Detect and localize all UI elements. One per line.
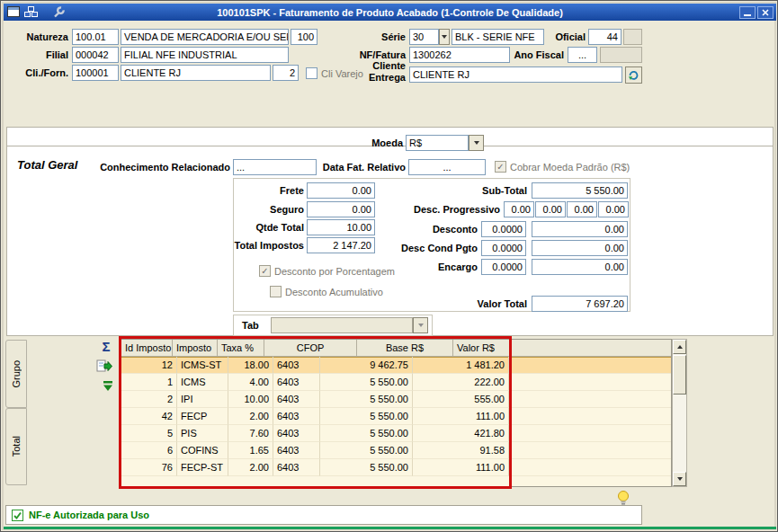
serie-dropdown-button[interactable] <box>439 29 450 45</box>
side-tab-grupo[interactable]: Grupo <box>5 340 27 408</box>
chevron-down-icon <box>474 141 479 145</box>
cell-cfop: 6403 <box>273 425 320 442</box>
chevron-down-icon <box>442 35 447 39</box>
desconto-value-field[interactable]: 0.00 <box>532 221 628 237</box>
tab-dropdown <box>271 317 413 333</box>
status-field: NF-e Autorizada para Uso <box>5 505 642 525</box>
form-icon <box>7 6 21 18</box>
close-icon <box>762 9 769 16</box>
down-arrow-icon[interactable] <box>99 377 117 395</box>
minimize-button[interactable] <box>739 6 756 19</box>
scroll-thumb[interactable] <box>673 355 686 395</box>
table-row[interactable]: 6 COFINS 1.65 6403 5 550.00 91.58 <box>121 442 671 459</box>
serie-label: Série <box>359 29 406 45</box>
main-tabstrip <box>6 106 774 128</box>
cli-forn-extra-field[interactable]: 2 <box>273 65 299 81</box>
natureza-extra-field[interactable]: 100 <box>291 29 317 45</box>
table-body: 12 ICMS-ST 18.00 6403 9 462.75 1 481.20 … <box>121 357 671 476</box>
moeda-field[interactable]: R$ <box>406 135 469 151</box>
cliente-entrega-field[interactable]: CLIENTE RJ <box>409 66 622 83</box>
cell-id-imposto: 76 <box>121 459 177 476</box>
cli-forn-desc-field[interactable]: CLIENTE RJ <box>121 65 271 81</box>
qtde-total-field[interactable]: 10.00 <box>307 219 375 235</box>
conhecimento-field[interactable]: ... <box>233 159 317 175</box>
export-icon[interactable] <box>95 358 113 375</box>
table-header-cell[interactable]: Valor R$ <box>453 340 671 357</box>
cli-forn-label: Cli./Forn. <box>8 65 68 81</box>
desc-cond-pgto-value-field[interactable]: 0.00 <box>532 240 628 256</box>
table-row[interactable]: 5 PIS 7.60 6403 5 550.00 421.80 <box>121 425 671 442</box>
cell-cfop: 6403 <box>273 459 320 476</box>
triangle-down-icon <box>677 477 683 481</box>
data-fat-field[interactable]: ... <box>408 159 486 175</box>
cell-valor: 1 481.20 <box>413 357 509 374</box>
total-impostos-label: Total Impostos <box>221 237 304 253</box>
close-button[interactable] <box>757 6 774 19</box>
refresh-icon <box>628 69 639 81</box>
desc-progressivo-fields: 0.000.000.000.00 <box>504 201 629 217</box>
table-row[interactable]: 42 FECP 2.00 6403 5 550.00 111.00 <box>121 408 671 425</box>
triangle-up-icon <box>677 345 683 349</box>
total-impostos-field[interactable]: 2 147.20 <box>307 237 375 253</box>
table-header-cell[interactable]: Base R$ <box>357 340 453 357</box>
cell-cfop: 6403 <box>273 442 320 459</box>
cell-imposto: FECP <box>177 408 228 425</box>
valor-total-field[interactable]: 7 697.20 <box>532 296 628 312</box>
table-header-cell[interactable]: CFOP <box>264 340 357 357</box>
cell-filler <box>509 391 671 408</box>
filial-code-field[interactable]: 000042 <box>72 47 119 63</box>
entrega-refresh-button[interactable] <box>625 66 642 84</box>
serie-code-field[interactable]: 30 <box>409 29 439 45</box>
wrench-icon[interactable] <box>52 6 66 18</box>
cli-varejo-checkbox <box>306 67 317 79</box>
ano-fiscal-field[interactable]: ... <box>568 47 597 63</box>
desc-progressivo-field[interactable]: 0.00 <box>535 201 566 217</box>
seguro-field[interactable]: 0.00 <box>307 201 375 217</box>
scroll-down-button[interactable] <box>673 472 686 486</box>
subtotal-field[interactable]: 5 550.00 <box>532 182 628 199</box>
tax-table: Id ImpostoImpostoTaxa %CFOPBase R$Valor … <box>121 339 672 487</box>
natureza-code-field[interactable]: 100.01 <box>72 29 119 45</box>
table-header-cell[interactable]: Imposto <box>173 340 218 357</box>
cell-id-imposto: 6 <box>121 442 177 459</box>
sigma-icon[interactable]: Σ <box>97 338 115 355</box>
filial-desc-field[interactable]: FILIAL NFE INDUSTRIAL <box>121 47 289 63</box>
encargo-value-field[interactable]: 0.00 <box>532 259 628 275</box>
scroll-up-button[interactable] <box>673 340 686 354</box>
desc-cond-pgto-pct-field[interactable]: 0.0000 <box>481 240 526 256</box>
desc-progressivo-field[interactable]: 0.00 <box>567 201 597 217</box>
table-header-cell[interactable]: Id Imposto <box>121 340 173 357</box>
cli-forn-code-field[interactable]: 100001 <box>72 65 119 81</box>
cell-taxa: 7.60 <box>228 425 273 442</box>
moeda-label: Moeda <box>356 135 403 151</box>
qtde-total-label: Qtde Total <box>237 219 304 235</box>
side-tab-total[interactable]: Total <box>5 408 27 485</box>
table-header-cell[interactable]: Taxa % <box>218 340 264 357</box>
desconto-pct-field[interactable]: 0.0000 <box>481 221 526 237</box>
serie-desc-field[interactable]: BLK - SERIE NFE <box>452 29 544 45</box>
desc-cond-pgto-label: Desc Cond Pgto <box>397 240 478 256</box>
cell-cfop: 6403 <box>273 357 320 374</box>
cell-imposto: COFINS <box>177 442 228 459</box>
table-row[interactable]: 2 IPI 10.00 6403 5 550.00 555.00 <box>121 391 671 408</box>
nf-fatura-field[interactable]: 1300262 <box>409 47 510 63</box>
cell-base: 5 550.00 <box>320 374 413 391</box>
natureza-desc-field[interactable]: VENDA DE MERCADORIA E/OU SERVI <box>121 29 289 45</box>
table-row[interactable]: 76 FECP-ST 2.00 6403 5 550.00 111.00 <box>121 459 671 476</box>
cell-base: 5 550.00 <box>320 391 413 408</box>
cell-imposto: IPI <box>177 391 228 408</box>
table-row[interactable]: 12 ICMS-ST 18.00 6403 9 462.75 1 481.20 <box>121 357 671 374</box>
frete-field[interactable]: 0.00 <box>307 182 375 199</box>
table-row[interactable]: 1 ICMS 4.00 6403 5 550.00 222.00 <box>121 374 671 391</box>
cell-valor: 222.00 <box>413 374 509 391</box>
minimize-icon <box>744 14 751 16</box>
filial-label: Filial <box>8 47 68 63</box>
oficial-field[interactable]: 44 <box>588 29 622 45</box>
frete-label: Frete <box>237 182 304 199</box>
encargo-pct-field[interactable]: 0.0000 <box>481 259 526 275</box>
table-scrollbar[interactable] <box>672 339 687 487</box>
desc-progressivo-field[interactable]: 0.00 <box>598 201 629 217</box>
desc-progressivo-field[interactable]: 0.00 <box>504 201 534 217</box>
moeda-dropdown-button[interactable] <box>469 135 484 151</box>
desc-progressivo-label: Desc. Progressivo <box>404 201 500 217</box>
